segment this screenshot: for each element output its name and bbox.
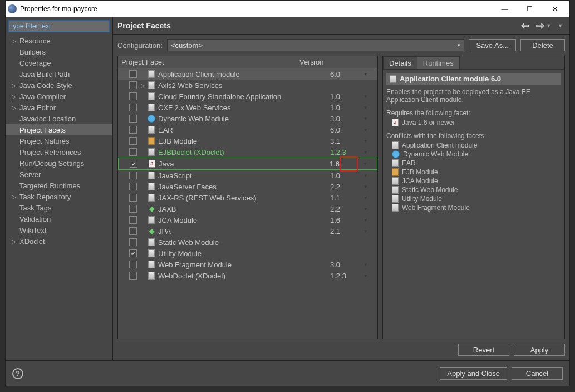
- table-row[interactable]: CXF 2.x Web Services1.0▼: [118, 102, 377, 113]
- version-dropdown-icon[interactable]: ▼: [363, 105, 377, 110]
- help-icon[interactable]: ?: [12, 368, 23, 379]
- facet-checkbox[interactable]: [129, 92, 137, 100]
- facet-checkbox[interactable]: [129, 205, 137, 213]
- sidebar-item-java-code-style[interactable]: ▷Java Code Style: [6, 80, 112, 91]
- version-dropdown-icon[interactable]: ▼: [363, 161, 377, 166]
- facet-checkbox[interactable]: [129, 183, 137, 190]
- version-dropdown-icon[interactable]: ▼: [363, 139, 377, 144]
- table-row[interactable]: ▷Axis2 Web Services: [118, 80, 377, 91]
- requires-item: Java 1.6 or newer: [402, 119, 455, 126]
- maximize-button[interactable]: ☐: [517, 1, 542, 17]
- version-dropdown-icon[interactable]: ▼: [363, 173, 377, 178]
- col-project-facet[interactable]: Project Facet: [118, 56, 296, 68]
- sidebar-item-resource[interactable]: ▷Resource: [6, 35, 112, 46]
- facet-name: Utility Module: [156, 249, 330, 258]
- table-row[interactable]: JavaServer Faces2.2▼: [118, 181, 377, 192]
- tab-runtimes[interactable]: Runtimes: [417, 56, 460, 69]
- sidebar-item-java-build-path[interactable]: Java Build Path: [6, 68, 112, 80]
- table-row[interactable]: EJB Module3.1▼: [118, 135, 377, 146]
- version-dropdown-icon[interactable]: ▼: [363, 94, 377, 99]
- version-dropdown-icon[interactable]: ▼: [363, 273, 377, 278]
- save-as-button[interactable]: Save As...: [469, 39, 516, 51]
- version-dropdown-icon[interactable]: ▼: [363, 150, 377, 155]
- sidebar-item-builders[interactable]: Builders: [6, 46, 112, 57]
- sidebar-item-project-facets[interactable]: Project Facets: [6, 124, 112, 135]
- version-dropdown-icon[interactable]: ▼: [363, 218, 377, 223]
- facet-checkbox[interactable]: [129, 238, 137, 246]
- version-dropdown-icon[interactable]: ▼: [363, 128, 377, 133]
- version-dropdown-icon[interactable]: ▼: [363, 229, 377, 234]
- sidebar-item-wikitext[interactable]: WikiText: [6, 224, 112, 236]
- table-row[interactable]: JavaScript1.0▼: [118, 170, 377, 181]
- facet-checkbox[interactable]: [129, 194, 137, 202]
- tab-details[interactable]: Details: [383, 56, 417, 69]
- sidebar-item-label: Project Natures: [18, 137, 112, 145]
- table-row[interactable]: WebDoclet (XDoclet)1.2.3▼: [118, 270, 377, 281]
- delete-button[interactable]: Delete: [520, 39, 565, 51]
- table-row[interactable]: Cloud Foundry Standalone Application1.0▼: [118, 91, 377, 102]
- facet-checkbox[interactable]: [129, 126, 137, 134]
- table-row[interactable]: Dynamic Web Module3.0▼: [118, 113, 377, 124]
- filter-input[interactable]: [8, 20, 110, 32]
- sidebar-item-coverage[interactable]: Coverage: [6, 57, 112, 68]
- sidebar-item-run-debug-settings[interactable]: Run/Debug Settings: [6, 158, 112, 169]
- table-row[interactable]: ◆JAXB2.2▼: [118, 203, 377, 214]
- facet-checkbox[interactable]: [129, 261, 137, 268]
- table-row[interactable]: Application Client module6.0▼: [118, 68, 377, 80]
- col-version[interactable]: Version: [296, 56, 377, 68]
- version-dropdown-icon[interactable]: ▼: [363, 207, 377, 212]
- version-dropdown-icon[interactable]: ▼: [363, 116, 377, 121]
- table-row[interactable]: ✔Utility Module: [118, 248, 377, 259]
- sidebar-item-java-compiler[interactable]: ▷Java Compiler: [6, 91, 112, 102]
- table-row[interactable]: Static Web Module: [118, 237, 377, 248]
- version-dropdown-icon[interactable]: ▼: [363, 72, 377, 77]
- sidebar-item-server[interactable]: Server: [6, 169, 112, 180]
- forward-arrow-icon[interactable]: ⇨: [536, 19, 544, 32]
- sidebar-item-task-repository[interactable]: ▷Task Repository: [6, 191, 112, 202]
- version-dropdown-icon[interactable]: ▼: [363, 184, 377, 189]
- cancel-button[interactable]: Cancel: [512, 367, 563, 380]
- sidebar-item-validation[interactable]: Validation: [6, 213, 112, 224]
- sidebar-item-label: Run/Debug Settings: [18, 159, 112, 168]
- facet-checkbox[interactable]: [129, 171, 137, 179]
- facet-checkbox[interactable]: ✔: [129, 249, 137, 257]
- table-row[interactable]: Web Fragment Module3.0▼: [118, 259, 377, 270]
- facet-checkbox[interactable]: [129, 70, 137, 78]
- version-dropdown-icon[interactable]: ▼: [363, 262, 377, 267]
- close-button[interactable]: ✕: [542, 1, 567, 17]
- back-arrow-icon[interactable]: ⇦: [521, 19, 529, 32]
- facet-checkbox[interactable]: [129, 104, 137, 111]
- facet-checkbox[interactable]: [129, 272, 137, 280]
- sidebar-item-targeted-runtimes[interactable]: Targeted Runtimes: [6, 180, 112, 191]
- facet-checkbox[interactable]: [129, 115, 137, 122]
- facet-checkbox[interactable]: [129, 81, 137, 89]
- revert-button[interactable]: Revert: [458, 344, 509, 356]
- minimize-button[interactable]: —: [492, 1, 517, 17]
- table-row[interactable]: ◆JPA2.1▼: [118, 226, 377, 237]
- facet-checkbox[interactable]: [129, 148, 137, 156]
- menu-dropdown-icon[interactable]: ▼: [558, 23, 563, 28]
- apply-button[interactable]: Apply: [514, 344, 565, 356]
- table-row[interactable]: JCA Module1.6▼: [118, 214, 377, 226]
- facet-checkbox[interactable]: [129, 137, 137, 145]
- sidebar-item-project-natures[interactable]: Project Natures: [6, 135, 112, 146]
- table-row[interactable]: EAR6.0▼: [118, 124, 377, 135]
- facet-checkbox[interactable]: [129, 216, 137, 224]
- facet-name: EJBDoclet (XDoclet): [156, 148, 330, 156]
- sidebar-item-javadoc-location[interactable]: Javadoc Location: [6, 113, 112, 124]
- diamond-icon: ◆: [148, 227, 155, 235]
- table-row[interactable]: JAX-RS (REST Web Services)1.1▼: [118, 192, 377, 203]
- sidebar-item-task-tags[interactable]: Task Tags: [6, 202, 112, 213]
- sidebar-item-xdoclet[interactable]: ▷XDoclet: [6, 236, 112, 247]
- history-dropdown-icon[interactable]: ▼: [546, 23, 551, 28]
- facet-checkbox[interactable]: ✔: [130, 160, 137, 168]
- facet-checkbox[interactable]: [129, 227, 137, 235]
- configuration-combo[interactable]: <custom> ▾: [167, 39, 465, 51]
- twisty-icon: ▷: [10, 38, 18, 44]
- apply-and-close-button[interactable]: Apply and Close: [440, 367, 507, 380]
- table-row[interactable]: ✔JJava1.6▼: [118, 158, 377, 170]
- sidebar-item-project-references[interactable]: Project References: [6, 146, 112, 158]
- version-dropdown-icon[interactable]: ▼: [363, 195, 377, 200]
- table-row[interactable]: EJBDoclet (XDoclet)1.2.3▼: [118, 146, 377, 158]
- sidebar-item-java-editor[interactable]: ▷Java Editor: [6, 102, 112, 113]
